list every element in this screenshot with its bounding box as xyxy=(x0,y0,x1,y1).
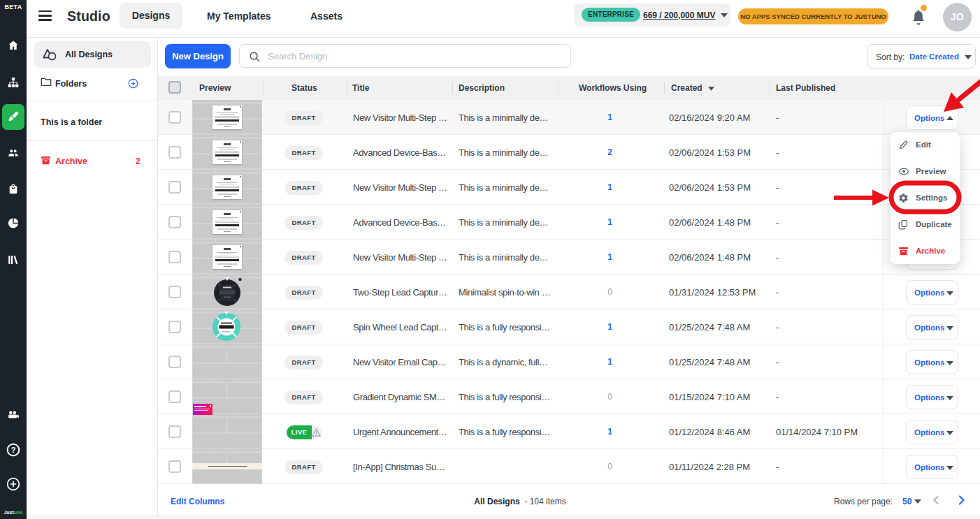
svg-text:?: ? xyxy=(11,446,16,454)
